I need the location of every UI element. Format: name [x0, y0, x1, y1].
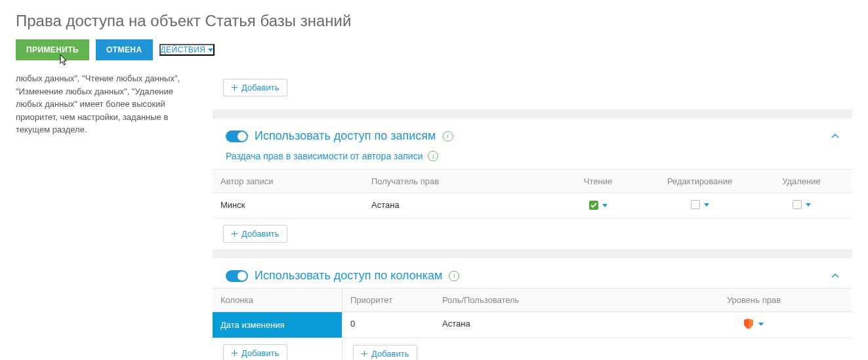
- shield-icon: [744, 319, 753, 329]
- add-button-column-right[interactable]: Добавить: [353, 345, 417, 360]
- info-icon[interactable]: i: [428, 151, 438, 161]
- checkbox-unchecked-icon: [691, 200, 700, 209]
- collapse-icon[interactable]: [831, 273, 839, 279]
- th-role: Роль/Пользователь: [434, 289, 655, 311]
- column-row-selected[interactable]: Дата изменения: [213, 312, 342, 338]
- add-button-column-left[interactable]: Добавить: [223, 344, 287, 360]
- table-row[interactable]: Минск Астана: [213, 193, 852, 218]
- th-column: Колонка: [213, 288, 342, 312]
- add-label: Добавить: [371, 349, 409, 359]
- th-author: Автор записи: [213, 170, 363, 193]
- delete-permission-cell[interactable]: [793, 200, 811, 209]
- plus-icon: [232, 85, 238, 90]
- read-permission-cell[interactable]: [589, 201, 608, 210]
- svg-marker-0: [208, 49, 213, 52]
- sidebar-help-text: любых данных", "Чтение любых данных", "И…: [16, 72, 213, 150]
- cell-author: Минск: [213, 193, 363, 218]
- section-columns-title: Использовать доступ по колонкам: [255, 269, 442, 283]
- plus-icon: [232, 350, 238, 356]
- chevron-down-icon: [208, 49, 213, 52]
- collapse-icon[interactable]: [831, 134, 839, 139]
- th-edit: Редактирование: [649, 170, 751, 193]
- checkbox-checked-icon: [589, 201, 598, 210]
- toggle-columns-access[interactable]: [226, 270, 248, 282]
- plus-icon: [232, 231, 238, 237]
- add-label: Добавить: [241, 348, 279, 358]
- actions-label: ДЕЙСТВИЯ: [161, 45, 206, 54]
- add-button-top[interactable]: Добавить: [223, 79, 287, 96]
- subsection-records-title: Раздача прав в зависимости от автора зап…: [226, 151, 423, 161]
- cell-recipient: Астана: [363, 193, 547, 218]
- main-content: Добавить Использовать доступ по записям …: [213, 72, 852, 360]
- cell-priority: 0: [342, 312, 434, 338]
- add-button-records[interactable]: Добавить: [223, 225, 287, 243]
- th-delete: Удаление: [751, 170, 852, 193]
- add-label: Добавить: [241, 229, 279, 239]
- cancel-button[interactable]: ОТМЕНА: [96, 39, 152, 60]
- cell-role: Астана: [434, 312, 655, 338]
- actions-dropdown[interactable]: ДЕЙСТВИЯ: [159, 44, 215, 56]
- checkbox-unchecked-icon: [793, 200, 802, 209]
- chevron-down-icon: [704, 203, 709, 207]
- th-level: Уровень прав: [655, 289, 852, 311]
- apply-button[interactable]: ПРИМЕНИТЬ: [16, 39, 89, 60]
- access-level-cell[interactable]: [744, 319, 764, 329]
- th-read: Чтение: [547, 170, 649, 193]
- toggle-records-access[interactable]: [226, 130, 248, 142]
- info-icon[interactable]: i: [449, 271, 459, 281]
- toolbar: ПРИМЕНИТЬ ОТМЕНА ДЕЙСТВИЯ: [16, 39, 852, 60]
- section-records-title: Использовать доступ по записям: [255, 129, 436, 143]
- table-row[interactable]: 0 Астана: [342, 312, 852, 338]
- edit-permission-cell[interactable]: [691, 200, 709, 209]
- chevron-down-icon: [806, 203, 811, 207]
- chevron-down-icon: [602, 204, 608, 207]
- chevron-down-icon: [758, 323, 764, 326]
- page-title: Права доступа на объект Статья базы знан…: [16, 12, 852, 30]
- th-recipient: Получатель прав: [363, 170, 547, 193]
- info-icon[interactable]: i: [443, 131, 453, 142]
- th-priority: Приоритет: [342, 289, 434, 311]
- add-label: Добавить: [241, 83, 279, 92]
- plus-icon: [362, 351, 367, 357]
